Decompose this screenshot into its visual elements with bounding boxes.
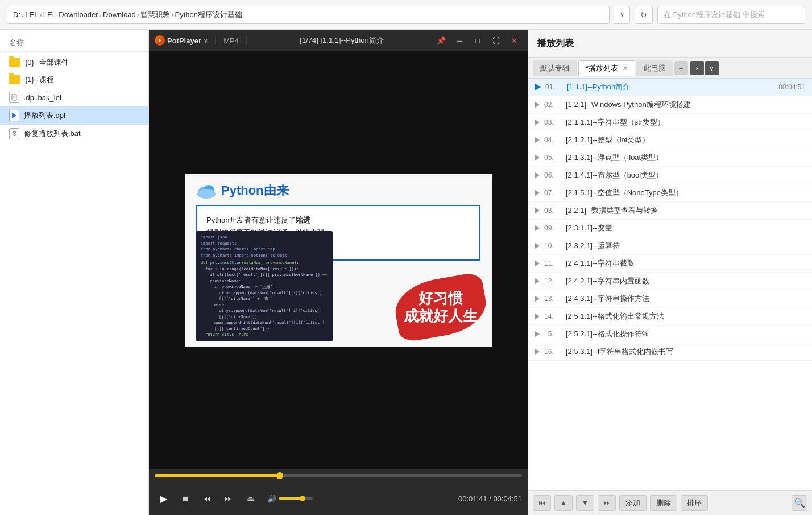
playlist-tabs: 默认专辑 *播放列表 ✕ 此电脑 + › ∨ [528, 58, 812, 79]
tab-nav-right-button[interactable]: › [690, 61, 704, 75]
playlist-item[interactable]: 08. [2.2.1]--数据类型查看与转换 [528, 202, 812, 220]
playlist-down-button[interactable]: ▼ [576, 495, 594, 511]
play-icon [535, 296, 540, 302]
address-dropdown-btn[interactable]: ∨ [614, 6, 630, 24]
pin-button[interactable]: 📌 [433, 32, 449, 48]
eject-button[interactable]: ⏏ [241, 489, 259, 508]
file-item-course[interactable]: {1}--课程 [0, 71, 148, 88]
volume-handle[interactable] [300, 496, 305, 501]
svg-marker-3 [159, 39, 161, 42]
slide-header: Python由来 [185, 174, 492, 205]
title-controls: 📌 ─ □ ⛶ ✕ [433, 32, 522, 48]
playlist-item[interactable]: 03. [2.1.1.1]--字符串型（str类型） [528, 114, 812, 131]
slide-red-banner: 好习惯 成就好人生 [395, 279, 486, 336]
format-label: MP4 [223, 36, 239, 45]
svg-point-7 [198, 189, 214, 197]
folder-icon [9, 58, 20, 67]
tab-playlist[interactable]: *播放列表 ✕ [578, 60, 635, 76]
potplayer-logo: PotPlayer ∨ [155, 35, 208, 46]
file-item-label: .dpl.bak_lel [24, 93, 61, 102]
chevron-down-icon: ∨ [620, 11, 624, 18]
playlist-panel: 播放列表 默认专辑 *播放列表 ✕ 此电脑 + › ∨ 01. [1.1.1]-… [528, 30, 812, 515]
play-icon [535, 102, 540, 108]
file-item-label: 修复播放列表.bat [24, 129, 81, 139]
playlist-item[interactable]: 12. [2.4.2.1]--字符串内置函数 [528, 273, 812, 290]
potplayer-icon [155, 35, 165, 46]
bc-drive: D: [13, 10, 20, 19]
bc-current-folder: Python程序设计基础 [175, 10, 242, 20]
fullscreen-button[interactable]: ⛶ [488, 32, 504, 48]
playlist-item[interactable]: 09. [2.3.1.1]--变量 [528, 220, 812, 237]
close-button[interactable]: ✕ [506, 32, 522, 48]
playlist-up-button[interactable]: ▲ [554, 495, 573, 511]
play-icon [535, 155, 540, 160]
playlist-item[interactable]: 02. [1.2.1]--Windows Python编程环境搭建 [528, 96, 812, 114]
play-icon [535, 243, 540, 249]
play-icon [535, 261, 540, 266]
playlist-item[interactable]: 15. [2.5.2.1]--格式化操作符% [528, 326, 812, 343]
search-box[interactable]: 在 Python程序设计基础 中搜索 [657, 6, 805, 24]
progress-bar[interactable] [155, 474, 522, 477]
playlist-delete-button[interactable]: 删除 [650, 495, 677, 511]
time-current: 00:01:41 [458, 495, 487, 503]
playlist-item[interactable]: 05. [2.1.3.1]--浮点型（float类型） [528, 149, 812, 167]
prev-icon: ⏮ [203, 494, 211, 503]
minimize-button[interactable]: ─ [451, 32, 467, 48]
playlist-sort-button[interactable]: 排序 [681, 495, 708, 511]
stop-button[interactable]: ⏹ [176, 489, 194, 508]
playlist-item[interactable]: 04. [2.1.2.1]--整型（int类型） [528, 131, 812, 149]
playlist-items: 01. [1.1.1]--Python简介 00:04:51 02. [1.2.… [528, 79, 812, 490]
playlist-item[interactable]: 07. [2.1.5.1]--空值型（NoneType类型） [528, 184, 812, 202]
file-item-dpl-bak[interactable]: .dpl.bak_lel [0, 88, 148, 106]
playlist-item[interactable]: 13. [2.4.3.1]--字符串操作方法 [528, 290, 812, 308]
progress-fill [155, 474, 280, 477]
play-icon [535, 137, 540, 143]
playlist-item[interactable]: 16. [2.5.3.1]--f字符串格式化内嵌书写 [528, 343, 812, 361]
video-area[interactable]: Python由来 Python开发者有意让违反了缩进 规则的程序不能通过编译，以… [149, 51, 528, 469]
playlist-add-button[interactable]: 添加 [619, 495, 647, 511]
playlist-item[interactable]: 10. [2.3.2.1]--运算符 [528, 237, 812, 255]
potplayer-dropdown-icon[interactable]: ∨ [204, 38, 208, 44]
file-item-repair-bat[interactable]: ⚙ 修复播放列表.bat [0, 125, 148, 143]
file-panel-header: 名称 [0, 34, 148, 52]
progress-handle[interactable] [276, 472, 283, 479]
playlist-last-button[interactable]: ⏭ [598, 495, 616, 511]
next-button[interactable]: ⏭ [219, 489, 238, 508]
play-icon [535, 120, 540, 125]
playlist-item[interactable]: 14. [2.5.1.1]--格式化输出常规方法 [528, 308, 812, 326]
maximize-button[interactable]: □ [470, 32, 486, 48]
tab-computer[interactable]: 此电脑 [636, 60, 673, 76]
play-icon [535, 208, 540, 213]
file-item-label: 播放列表.dpl [24, 110, 65, 121]
play-button[interactable]: ▶ [155, 489, 173, 508]
playlist-item[interactable]: 06. [2.1.4.1]--布尔型（bool类型） [528, 167, 812, 184]
playlist-footer: ⏮ ▲ ▼ ⏭ 添加 删除 排序 🔍 [528, 490, 812, 515]
file-item-playlist-dpl[interactable]: 播放列表.dpl [0, 106, 148, 125]
tab-nav-expand-button[interactable]: ∨ [705, 61, 719, 75]
playlist-first-button[interactable]: ⏮ [533, 495, 551, 511]
play-icon [535, 331, 540, 337]
volume-icon: 🔊 [267, 495, 276, 503]
bc-zhihui: 智慧职教 [140, 10, 170, 20]
slide-code-block: import json import requests from pychart… [196, 231, 333, 341]
tab-close-icon[interactable]: ✕ [623, 65, 628, 72]
playlist-item[interactable]: 01. [1.1.1]--Python简介 00:04:51 [528, 79, 812, 96]
play-icon [535, 278, 540, 284]
stop-icon: ⏹ [182, 495, 189, 503]
first-icon: ⏮ [538, 498, 546, 507]
time-display: 00:01:41 / 00:04:51 [458, 495, 522, 503]
playlist-search-button[interactable]: 🔍 [792, 495, 807, 511]
file-icon [9, 92, 19, 103]
play-icon: ▶ [160, 493, 167, 504]
address-bar: D: › LEL › LEL-Downloader › Download › 智… [0, 0, 812, 30]
tab-default[interactable]: 默认专辑 [533, 60, 577, 76]
file-item-all-courses[interactable]: {0}--全部课件 [0, 54, 148, 71]
tab-add-button[interactable]: + [674, 61, 688, 75]
play-icon [535, 225, 540, 231]
prev-button[interactable]: ⏮ [198, 489, 216, 508]
refresh-button[interactable]: ↻ [635, 6, 653, 24]
breadcrumb[interactable]: D: › LEL › LEL-Downloader › Download › 智… [7, 6, 610, 24]
down-icon: ▼ [582, 498, 589, 507]
playlist-item[interactable]: 11. [2.4.1.1]--字符串截取 [528, 255, 812, 273]
volume-bar[interactable] [279, 497, 313, 500]
